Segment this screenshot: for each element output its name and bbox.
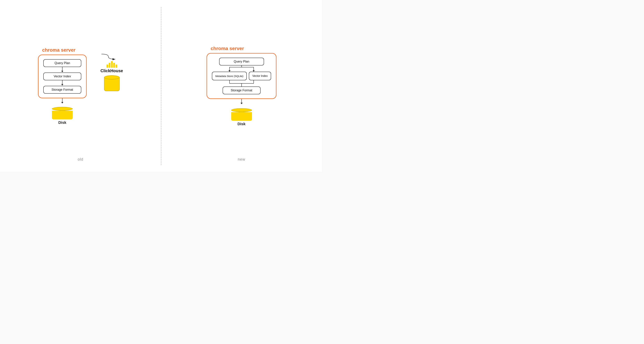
left-disk-label: Disk (58, 120, 66, 125)
left-chroma-title: chroma server (42, 47, 76, 53)
left-query-plan-node: Query Plan (43, 59, 81, 67)
left-inner: chroma server Query Plan Vector Index St… (38, 47, 87, 125)
left-disk-top (52, 107, 73, 111)
right-arrow-sf-disk (240, 99, 242, 107)
left-disk: Disk (52, 107, 73, 125)
left-clickhouse-area: ClickHouse (94, 53, 123, 91)
ch-bar-2 (109, 63, 110, 68)
right-branch-arrows (218, 66, 266, 72)
right-merge-arrows (218, 80, 266, 87)
ch-bar-4 (113, 63, 115, 68)
clickhouse-arrow-row (102, 53, 115, 60)
right-diagram: chroma server Query Plan (206, 46, 276, 126)
right-chroma-title: chroma server (211, 46, 244, 51)
left-storage-format-node: Storage Format (43, 86, 81, 94)
right-label: new (238, 157, 245, 162)
ch-bar-3 (111, 61, 113, 68)
left-chroma-box: Query Plan Vector Index Storage Format (38, 55, 87, 98)
left-arrow-qp-vi (61, 67, 63, 73)
right-two-col-row: Metadata Store (SQLite) Vector Index (212, 72, 271, 80)
left-label: old (78, 157, 83, 162)
page-container: chroma server Query Plan Vector Index St… (0, 0, 322, 172)
right-vector-index-node: Vector Index (249, 72, 271, 80)
right-chroma-box: Query Plan Met (206, 53, 276, 99)
cyl-top (104, 75, 120, 80)
svg-marker-5 (228, 70, 230, 72)
ch-bar-5 (116, 65, 117, 68)
right-disk-body (231, 112, 252, 121)
ch-bar-1 (106, 65, 108, 68)
clickhouse-cylinder (104, 75, 120, 91)
right-storage-format-node: Storage Format (222, 87, 260, 94)
right-panel: chroma server Query Plan (161, 0, 322, 172)
clickhouse-label: ClickHouse (100, 68, 123, 73)
left-diagram: chroma server Query Plan Vector Index St… (38, 47, 123, 125)
left-arrow-sf-disk (61, 98, 63, 105)
clickhouse-icon (106, 61, 117, 68)
left-vector-index-node: Vector Index (43, 73, 81, 80)
left-panel: chroma server Query Plan Vector Index St… (0, 0, 161, 172)
right-disk-label: Disk (238, 122, 246, 126)
left-disk-body (52, 111, 73, 119)
right-disk-top (231, 108, 252, 112)
right-metadata-store-node: Metadata Store (SQLite) (212, 72, 247, 80)
svg-marker-6 (253, 70, 255, 72)
clickhouse-wrapper: ClickHouse (100, 61, 123, 91)
left-arrow-vi-sf (61, 80, 63, 86)
left-arrow-to-ch (102, 53, 115, 60)
right-query-plan-node: Query Plan (219, 58, 264, 66)
right-disk: Disk (231, 108, 252, 126)
cyl-body (104, 77, 120, 91)
